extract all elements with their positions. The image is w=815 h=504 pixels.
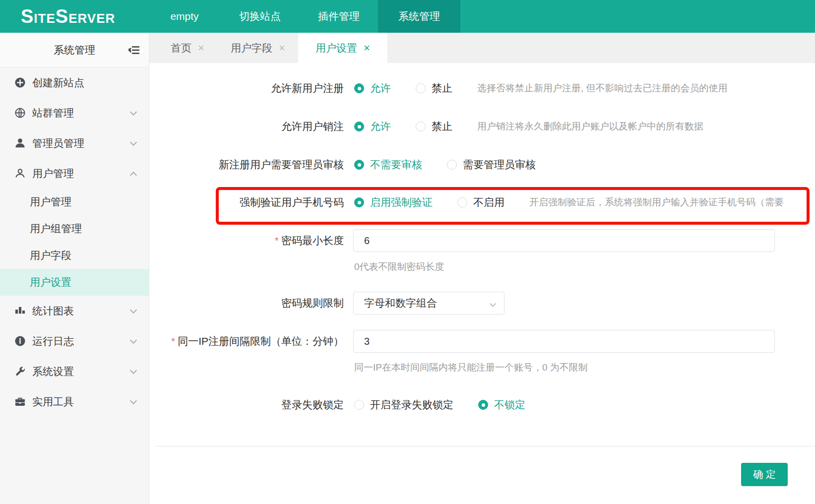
help-text: 选择否将禁止新用户注册, 但不影响过去已注册的会员的使用 [477, 82, 728, 95]
sidebar-item-statistics[interactable]: 统计图表 [0, 296, 149, 326]
close-icon[interactable]: × [279, 43, 285, 54]
help-text: 0代表不限制密码长度 [354, 260, 444, 273]
main-content: 允许新用户注册 允许 禁止 选择否将禁止新用户注册, 但不影响过去已注册的会员的… [149, 63, 815, 504]
help-text: 用户销注将永久删除此用户账户以及帐户中的所有数据 [477, 120, 703, 133]
password-min-length-input[interactable] [353, 229, 775, 252]
nav-item-system-management[interactable]: 系统管理 [378, 0, 460, 33]
info-circle-icon [14, 335, 26, 347]
field-label: 新注册用户需要管理员审核 [149, 158, 344, 172]
briefcase-icon [14, 396, 26, 408]
sidebar-subitem-user-fields[interactable]: 用户字段 [0, 242, 149, 269]
user-icon [14, 168, 26, 180]
form-row-audit: 新注册用户需要管理员审核 不需要审核 需要管理员审核 [149, 156, 815, 174]
sidebar-item-site-group[interactable]: 站群管理 [0, 98, 149, 128]
sidebar-header: 系统管理 [0, 33, 149, 67]
logoff-forbid-radio[interactable] [416, 122, 426, 131]
footer-divider [156, 446, 815, 446]
plus-circle-icon [14, 77, 26, 89]
sidebar-item-admin-management[interactable]: 管理员管理 [0, 128, 149, 158]
sidebar-item-system-settings[interactable]: 系统设置 [0, 356, 149, 386]
chevron-down-icon [490, 301, 496, 307]
tab-user-fields[interactable]: 用户字段 × [218, 33, 298, 63]
sidebar-subitem-user-settings[interactable]: 用户设置 [0, 269, 149, 296]
close-icon[interactable]: × [364, 43, 370, 54]
form-row-login-lock: 登录失败锁定 开启登录失败锁定 不锁定 [149, 396, 815, 414]
form-row-logoff: 允许用户销注 允许 禁止 用户销注将永久删除此用户账户以及帐户中的所有数据 [149, 118, 815, 135]
logoff-allow-radio[interactable] [354, 122, 364, 131]
top-header: SITESERVER empty 切换站点 插件管理 系统管理 [0, 0, 815, 33]
required-asterisk: * [275, 235, 279, 246]
form-row-register: 允许新用户注册 允许 禁止 选择否将禁止新用户注册, 但不影响过去已注册的会员的… [149, 79, 815, 97]
audit-not-required-radio[interactable] [354, 160, 364, 170]
sidebar-item-run-logs[interactable]: 运行日志 [0, 326, 149, 356]
sidebar-item-create-site[interactable]: 创建新站点 [0, 67, 149, 98]
field-label: 登录失败锁定 [149, 398, 344, 412]
field-label: 密码规则限制 [149, 296, 344, 310]
collapse-sidebar-icon[interactable] [128, 45, 140, 55]
password-rule-select[interactable]: 字母和数字组合 [353, 292, 504, 315]
required-asterisk: * [171, 335, 175, 347]
sidebar-title: 系统管理 [54, 43, 95, 57]
nav-item-switch-site[interactable]: 切换站点 [220, 0, 300, 33]
globe-icon [14, 107, 26, 119]
register-allow-radio[interactable] [354, 83, 364, 93]
form-row-ip-interval: *同一IP注册间隔限制（单位：分钟） [149, 330, 815, 353]
chevron-down-icon [130, 367, 137, 374]
admin-user-icon [14, 137, 26, 149]
chevron-down-icon [130, 336, 137, 343]
register-forbid-radio[interactable] [416, 83, 426, 93]
form-row-password-length: *密码最小长度 [149, 229, 815, 252]
field-label: 强制验证用户手机号码 [149, 195, 344, 209]
field-label: 允许新用户注册 [149, 81, 344, 95]
sidebar-item-user-management[interactable]: 用户管理 [0, 158, 149, 189]
sidebar: 系统管理 创建新站点 站群管理 管理员管理 [0, 33, 149, 504]
audit-required-radio[interactable] [447, 160, 457, 170]
phone-verify-enable-radio[interactable] [354, 197, 364, 207]
field-label: *密码最小长度 [149, 234, 344, 248]
tab-bar: 首页 × 用户字段 × 用户设置 × [149, 33, 815, 63]
confirm-button[interactable]: 确 定 [741, 463, 788, 486]
sidebar-subitem-user-management[interactable]: 用户管理 [0, 189, 149, 215]
login-lock-none-radio[interactable] [478, 400, 488, 410]
chevron-down-icon [130, 138, 137, 145]
login-lock-enable-radio[interactable] [354, 400, 364, 410]
bar-chart-icon [14, 305, 26, 317]
form-row-phone-verify: 强制验证用户手机号码 启用强制验证 不启用 开启强制验证后，系统将强制用户输入并… [149, 193, 815, 211]
tab-home[interactable]: 首页 × [157, 33, 218, 63]
help-text: 同一IP在本时间间隔内将只能注册一个账号，0 为不限制 [354, 361, 588, 374]
ip-interval-input[interactable] [353, 330, 775, 353]
chevron-down-icon [130, 108, 137, 115]
top-nav: empty 切换站点 插件管理 系统管理 [149, 0, 460, 33]
phone-verify-disable-radio[interactable] [457, 197, 467, 207]
nav-item-empty[interactable]: empty [149, 0, 220, 33]
tab-user-settings[interactable]: 用户设置 × [298, 33, 387, 63]
sidebar-item-tools[interactable]: 实用工具 [0, 386, 149, 417]
form-row-password-rule: 密码规则限制 字母和数字组合 [149, 292, 815, 315]
field-label: *同一IP注册间隔限制（单位：分钟） [149, 334, 344, 348]
logo-text: S [21, 7, 34, 26]
chevron-down-icon [130, 306, 137, 313]
field-label: 允许用户销注 [149, 120, 344, 133]
chevron-up-icon [130, 171, 137, 178]
nav-item-plugin-management[interactable]: 插件管理 [300, 0, 378, 33]
sidebar-subitem-user-group[interactable]: 用户组管理 [0, 215, 149, 242]
close-icon[interactable]: × [198, 43, 204, 54]
logo: SITESERVER [21, 7, 115, 26]
sidebar-menu: 创建新站点 站群管理 管理员管理 用户管理 用户管理 [0, 67, 149, 417]
chevron-down-icon [130, 397, 137, 404]
help-text: 开启强制验证后，系统将强制用户输入并验证手机号码（需要 [529, 196, 784, 209]
wrench-icon [14, 366, 26, 378]
